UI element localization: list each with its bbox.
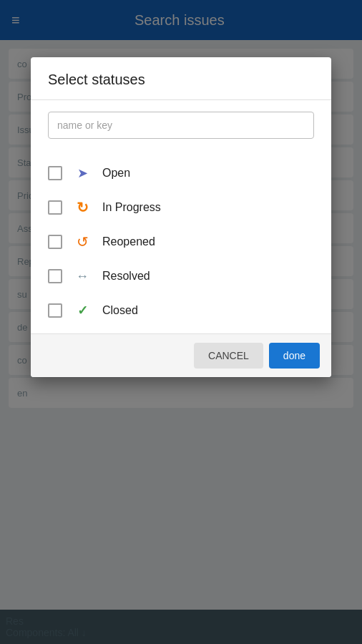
closed-icon [74, 302, 91, 319]
checkbox-resolved[interactable] [48, 269, 62, 283]
checkbox-inprogress[interactable] [48, 200, 62, 215]
status-label-resolved: Resolved [102, 270, 150, 283]
status-item-reopened[interactable]: Reopened [48, 225, 314, 259]
status-item-inprogress[interactable]: In Progress [48, 190, 314, 225]
open-icon [74, 165, 91, 182]
status-list: Open In Progress Reopened Resolved [31, 150, 331, 333]
modal-overlay: Select statuses Open In Progress [0, 0, 362, 644]
status-label-reopened: Reopened [102, 235, 155, 248]
status-item-open[interactable]: Open [48, 156, 314, 190]
status-search-input[interactable] [48, 112, 314, 139]
resolved-icon [74, 268, 91, 285]
modal-search-area[interactable] [31, 100, 331, 150]
status-item-resolved[interactable]: Resolved [48, 259, 314, 293]
done-button[interactable]: done [269, 343, 320, 369]
modal-title: Select statuses [48, 72, 145, 87]
modal: Select statuses Open In Progress [31, 57, 331, 377]
status-label-closed: Closed [102, 304, 138, 317]
checkbox-open[interactable] [48, 166, 62, 180]
status-label-inprogress: In Progress [102, 201, 161, 214]
status-label-open: Open [102, 167, 130, 180]
checkbox-closed[interactable] [48, 303, 62, 318]
inprogress-icon [74, 199, 91, 216]
modal-header: Select statuses [31, 57, 331, 100]
status-item-closed[interactable]: Closed [48, 293, 314, 328]
reopened-icon [74, 233, 91, 250]
modal-footer: Cancel done [31, 333, 331, 377]
checkbox-reopened[interactable] [48, 235, 62, 249]
cancel-button[interactable]: Cancel [194, 343, 263, 369]
